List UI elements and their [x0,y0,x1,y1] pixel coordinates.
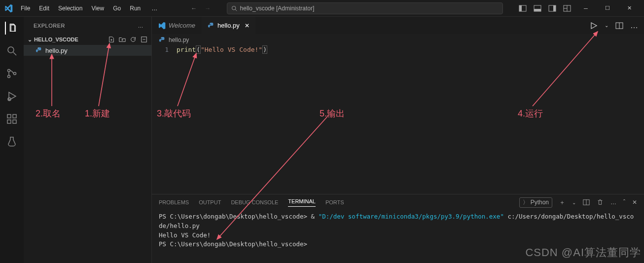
svg-rect-19 [7,120,11,123]
svg-line-1 [235,9,237,11]
nav-back-icon[interactable]: ← [191,5,197,12]
minimize-icon[interactable]: ─ [575,0,597,17]
menu-go[interactable]: Go [109,3,125,14]
menu-run[interactable]: Run [126,3,144,14]
source-control-icon[interactable] [5,67,18,80]
split-editor-icon[interactable] [615,22,623,30]
nav-arrows: ← → [191,5,211,12]
activity-bar [0,17,24,263]
titlebar: File Edit Selection View Go Run … ← → he… [0,0,644,17]
panel-tab-debug[interactable]: DEBUG CONSOLE [231,199,278,205]
python-file-icon [36,47,42,54]
panel-more-icon[interactable]: … [610,199,616,206]
panel-tab-terminal[interactable]: TERMINAL [288,198,316,207]
new-terminal-icon[interactable]: ＋ [559,198,565,207]
svg-line-12 [13,52,16,55]
run-debug-icon[interactable] [5,90,18,103]
svg-point-14 [8,75,10,78]
extensions-icon[interactable] [5,113,18,125]
layout-panel-right-icon[interactable] [548,4,556,12]
svg-point-15 [14,73,16,75]
search-activity-icon[interactable] [5,44,18,57]
command-center: hello_vscode [Administrator] [211,2,519,14]
svg-marker-25 [591,23,597,29]
sidebar: EXPLORER … ⌄ HELLO_VSCODE hello.py [24,17,152,263]
menu-view[interactable]: View [87,3,108,14]
maximize-panel-icon[interactable]: ˆ [623,199,625,206]
window-controls: ─ ☐ ✕ [575,0,640,17]
svg-marker-16 [9,92,16,100]
watermark: CSDN @AI算法董同学 [525,245,641,260]
svg-rect-18 [7,114,11,118]
line-number: 1 [157,46,177,53]
panel-tab-ports[interactable]: PORTS [325,199,344,205]
vscode-logo-icon [4,4,13,13]
terminal-profile-icon: 〉 [523,198,529,207]
folder-header[interactable]: ⌄ HELLO_VSCODE [24,34,151,45]
close-icon[interactable]: ✕ [618,0,640,17]
menu-overflow[interactable]: … [147,3,161,14]
layout-controls [519,4,571,12]
menu-edit[interactable]: Edit [35,3,53,14]
editor-more-icon[interactable]: … [630,21,638,30]
kill-terminal-icon[interactable] [597,199,604,206]
svg-rect-5 [534,9,541,11]
panel-tabs: PROBLEMS OUTPUT DEBUG CONSOLE TERMINAL P… [152,194,644,210]
svg-rect-3 [519,5,522,11]
editor-tabs: Welcome hello.py ✕ ⌄ … [152,17,644,34]
file-item-hello-py[interactable]: hello.py [24,45,151,56]
nav-forward-icon[interactable]: → [205,5,211,12]
menu-file[interactable]: File [17,3,34,14]
sidebar-header: EXPLORER … [24,17,151,34]
breadcrumb-text: hello.py [169,37,189,43]
code-line: print("Hello VS Code!") [177,46,267,53]
svg-rect-20 [13,120,16,123]
panel-tab-problems[interactable]: PROBLEMS [159,199,189,205]
terminal-dropdown-icon[interactable]: ⌄ [572,200,576,205]
vscode-tab-icon [158,22,166,30]
testing-icon[interactable] [5,135,18,148]
new-file-icon[interactable] [108,36,115,43]
python-breadcrumb-icon [159,37,166,43]
explorer-icon[interactable] [5,22,18,35]
run-file-icon[interactable] [590,22,598,30]
svg-rect-21 [13,114,16,118]
svg-point-11 [8,47,14,53]
svg-point-0 [232,6,236,10]
file-name: hello.py [45,47,68,54]
run-dropdown-icon[interactable]: ⌄ [605,23,608,28]
layout-panel-left-icon[interactable] [519,4,527,12]
split-terminal-icon[interactable] [583,199,590,206]
svg-point-24 [38,48,38,48]
folder-name: HELLO_VSCODE [34,37,78,42]
layout-panel-bottom-icon[interactable] [534,4,541,12]
tab-welcome[interactable]: Welcome [152,17,202,34]
tab-welcome-label: Welcome [169,22,195,29]
editor-area: Welcome hello.py ✕ ⌄ … hello.py 1 print(… [152,17,644,263]
explorer-title: EXPLORER [34,23,65,29]
explorer-more-icon[interactable]: … [138,23,144,29]
collapse-icon[interactable] [141,36,147,43]
menu-selection[interactable]: Selection [54,3,86,14]
customize-layout-icon[interactable] [563,4,571,12]
svg-rect-7 [553,5,556,11]
breadcrumb[interactable]: hello.py [152,34,644,46]
search-icon [231,5,237,11]
search-box[interactable]: hello_vscode [Administrator] [227,2,503,14]
code-editor[interactable]: 1 print("Hello VS Code!") [152,46,644,53]
chevron-down-icon: ⌄ [28,37,32,43]
launch-profile[interactable]: 〉Python [519,197,552,208]
tab-hello-py[interactable]: hello.py ✕ [202,17,256,34]
tab-close-icon[interactable]: ✕ [245,22,250,29]
refresh-icon[interactable] [130,36,137,43]
python-tab-icon [208,22,215,29]
svg-point-13 [8,70,10,72]
main-menu: File Edit Selection View Go Run … [17,3,161,14]
search-text: hello_vscode [Administrator] [240,5,315,12]
new-folder-icon[interactable] [119,36,126,43]
maximize-icon[interactable]: ☐ [597,0,618,17]
close-panel-icon[interactable]: ✕ [632,199,637,206]
tab-file-label: hello.py [217,22,240,29]
panel-tab-output[interactable]: OUTPUT [199,199,221,205]
